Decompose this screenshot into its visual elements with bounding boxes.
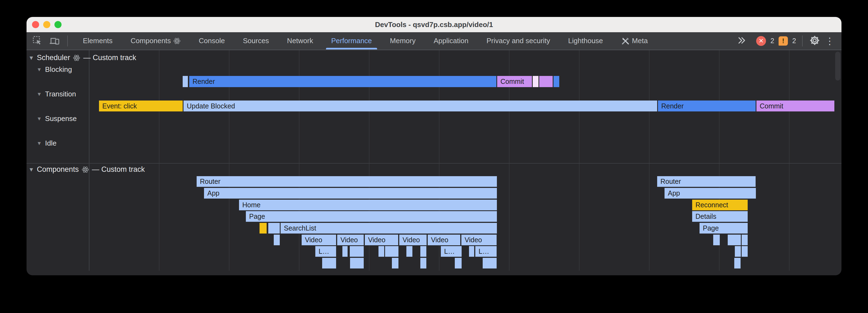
flame-bar[interactable]	[385, 246, 398, 257]
flame-bar[interactable]	[183, 76, 188, 87]
flame-bar-router[interactable]: Router	[657, 176, 755, 187]
track-header-components[interactable]: ▼Components— Custom track	[28, 165, 145, 174]
tab-privacy-and-security[interactable]: Privacy and security	[477, 32, 559, 49]
flame-bar[interactable]	[728, 235, 741, 245]
flame-bar[interactable]	[735, 246, 741, 257]
tab-label: Performance	[331, 37, 372, 45]
flame-bar[interactable]	[406, 246, 412, 257]
toolbar-divider	[67, 35, 68, 46]
flame-bar-video[interactable]: Video	[302, 235, 336, 245]
flame-bar[interactable]	[742, 235, 748, 245]
flame-bar-video[interactable]: Video	[399, 235, 427, 245]
flame-bar-video[interactable]: Video	[337, 235, 364, 245]
flame-bar[interactable]	[350, 258, 364, 269]
tab-console[interactable]: Console	[190, 32, 234, 49]
flame-bar-details[interactable]: Details	[692, 211, 748, 222]
more-tabs-icon[interactable]	[737, 36, 746, 46]
flame-bar[interactable]	[469, 246, 474, 257]
flame-bar[interactable]	[268, 223, 280, 234]
flame-bar-render[interactable]: Render	[658, 101, 755, 111]
warning-count[interactable]: 2	[792, 37, 796, 45]
flame-bar-app[interactable]: App	[204, 188, 497, 199]
warning-badge-icon[interactable]: !	[779, 36, 788, 46]
tab-meta[interactable]: Meta	[612, 32, 657, 49]
collapse-triangle-icon[interactable]: ▼	[28, 166, 34, 173]
flame-bar-render[interactable]: Render	[189, 76, 496, 87]
flame-bar-home[interactable]: Home	[239, 200, 497, 210]
flame-bar-app[interactable]: App	[664, 188, 756, 199]
react-atom-icon	[82, 166, 89, 173]
flame-bar-video[interactable]: Video	[365, 235, 398, 245]
tab-sources[interactable]: Sources	[234, 32, 278, 49]
flame-bar-video[interactable]: Video	[461, 235, 497, 245]
tab-label: Console	[199, 37, 225, 45]
inspect-element-icon[interactable]	[32, 35, 42, 46]
flame-bar[interactable]	[420, 258, 426, 269]
flame-bar-l-[interactable]: L…	[475, 246, 497, 257]
flame-bar[interactable]	[533, 76, 538, 87]
kebab-menu-icon[interactable]: ⋮	[825, 36, 834, 46]
flame-bar-event-click[interactable]: Event: click	[99, 101, 183, 111]
flame-bar-page[interactable]: Page	[700, 223, 748, 234]
tab-memory[interactable]: Memory	[381, 32, 425, 49]
tab-elements[interactable]: Elements	[74, 32, 121, 49]
settings-gear-icon[interactable]	[809, 34, 821, 47]
lane-label-suspense[interactable]: ▼Suspense	[37, 114, 76, 123]
tab-performance[interactable]: Performance	[322, 32, 381, 49]
track-header-scheduler[interactable]: ▼Scheduler— Custom track	[28, 54, 136, 62]
collapse-triangle-icon[interactable]: ▼	[37, 91, 42, 97]
flame-bar[interactable]	[713, 235, 720, 245]
flame-bar[interactable]	[455, 258, 462, 269]
flame-bar-l-[interactable]: L…	[441, 246, 462, 257]
flame-bar-l-[interactable]: L…	[315, 246, 336, 257]
collapse-triangle-icon[interactable]: ▼	[37, 140, 42, 146]
collapse-triangle-icon[interactable]: ▼	[28, 55, 34, 61]
flame-bar[interactable]	[259, 223, 267, 234]
flame-bar[interactable]	[378, 246, 384, 257]
track-name: Components	[37, 165, 79, 174]
flame-bar-searchlist[interactable]: SearchList	[281, 223, 497, 234]
tab-network[interactable]: Network	[278, 32, 322, 49]
flame-bar[interactable]	[539, 76, 553, 87]
flame-bar[interactable]	[420, 246, 426, 257]
flame-bar[interactable]	[322, 258, 336, 269]
flame-bar[interactable]	[483, 258, 497, 269]
device-toolbar-icon[interactable]	[49, 35, 60, 46]
timeline-gridline	[649, 50, 650, 271]
flame-bar-commit[interactable]: Commit	[756, 101, 834, 111]
toolbar-right-cluster: ✕ 2 ! 2 ⋮	[737, 34, 841, 47]
flame-bar-commit[interactable]: Commit	[497, 76, 532, 87]
flame-bar[interactable]	[734, 258, 741, 269]
flame-bar[interactable]	[350, 246, 364, 257]
lane-label-transition[interactable]: ▼Transition	[37, 90, 76, 98]
flame-bar[interactable]	[342, 246, 348, 257]
error-badge-icon[interactable]: ✕	[756, 36, 766, 46]
active-tab-underline	[326, 48, 377, 49]
tab-label: Memory	[390, 37, 416, 45]
zoom-window-button[interactable]	[55, 21, 62, 28]
flame-bar-reconnect[interactable]: Reconnect	[692, 200, 748, 210]
flame-bar-update-blocked[interactable]: Update Blocked	[184, 101, 657, 111]
traffic-lights	[32, 21, 62, 28]
flame-bar[interactable]	[554, 76, 559, 87]
timeline-gridline	[579, 50, 580, 271]
error-count[interactable]: 2	[770, 37, 774, 45]
lane-label-idle[interactable]: ▼Idle	[37, 139, 57, 147]
flame-bar-router[interactable]: Router	[197, 176, 497, 187]
flame-bar[interactable]	[742, 246, 748, 257]
collapse-triangle-icon[interactable]: ▼	[37, 116, 42, 122]
minimize-window-button[interactable]	[43, 21, 50, 28]
flame-bar-video[interactable]: Video	[428, 235, 460, 245]
lane-label-blocking[interactable]: ▼Blocking	[37, 65, 72, 74]
vertical-scrollbar-thumb[interactable]	[835, 51, 840, 80]
devtools-toolbar: ElementsComponentsConsoleSourcesNetworkP…	[27, 32, 841, 50]
close-window-button[interactable]	[32, 21, 39, 28]
lane-name: Blocking	[45, 65, 72, 74]
tab-components[interactable]: Components	[121, 32, 189, 49]
flame-bar[interactable]	[274, 235, 280, 245]
tab-application[interactable]: Application	[425, 32, 477, 49]
flame-bar-page[interactable]: Page	[246, 211, 497, 222]
collapse-triangle-icon[interactable]: ▼	[37, 67, 42, 73]
tab-lighthouse[interactable]: Lighthouse	[559, 32, 612, 49]
flame-bar[interactable]	[392, 258, 398, 269]
